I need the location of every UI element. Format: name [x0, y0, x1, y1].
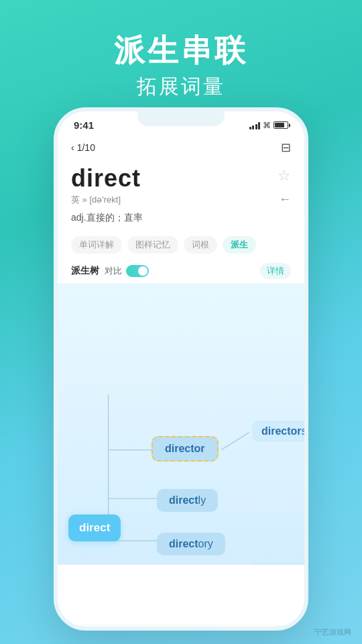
derivation-header: 派生树 对比 详情: [58, 258, 304, 283]
watermark: 宁艺游戏网: [314, 627, 351, 637]
toggle-switch[interactable]: [126, 265, 149, 277]
word-flag: 英: [71, 195, 80, 205]
nav-bar: ‹ 1/10 ⊟: [58, 133, 304, 159]
contrast-toggle[interactable]: 对比: [105, 265, 149, 277]
back-button[interactable]: ‹ 1/10: [71, 142, 95, 153]
status-time: 9:41: [74, 119, 94, 131]
contrast-label: 对比: [105, 265, 122, 277]
word-text: direct: [71, 164, 141, 193]
star-icon[interactable]: ☆: [278, 167, 291, 184]
tab-word-detail[interactable]: 单词详解: [71, 236, 122, 254]
app-content: ‹ 1/10 ⊟ direct ☆ 英 » [də'rekt] ←: [58, 133, 304, 625]
wifi-icon: ⌘: [263, 121, 271, 130]
toggle-knob: [138, 266, 147, 276]
phone-frame: 9:41 ⌘ ‹ 1/10 ⊟: [54, 107, 308, 631]
tab-root[interactable]: 词根: [184, 236, 217, 254]
tab-bar: 单词详解 图样记忆 词根 派生: [58, 232, 304, 258]
svg-line-5: [221, 433, 249, 450]
battery-icon: [274, 121, 288, 129]
node-directory[interactable]: directory: [157, 533, 225, 555]
node-directorship-bold: director: [261, 425, 302, 437]
word-main: direct ☆: [71, 164, 291, 193]
node-director-bold: direct: [165, 443, 194, 455]
back-chevron-icon: ‹: [71, 142, 74, 153]
signal-icon: [249, 121, 261, 129]
tree-section: direct director directorship directly di…: [58, 283, 304, 565]
hero-title: 派生串联: [0, 32, 362, 69]
detail-link[interactable]: 详情: [260, 263, 291, 279]
filter-icon[interactable]: ⊟: [281, 140, 291, 155]
back-arrow-icon[interactable]: ←: [279, 193, 291, 207]
node-direct[interactable]: direct: [68, 515, 121, 541]
tab-derivation[interactable]: 派生: [223, 236, 256, 254]
node-director[interactable]: director: [152, 436, 219, 462]
node-directory-bold: direct: [169, 538, 198, 550]
word-definition: adj.直接的；直率: [71, 212, 291, 228]
phone-container: 9:41 ⌘ ‹ 1/10 ⊟: [54, 107, 308, 631]
node-directly-bold: direct: [169, 494, 198, 506]
word-phonetic: 英 » [də'rekt]: [71, 194, 121, 206]
hero-section: 派生串联 拓展词量: [0, 0, 362, 114]
status-icons: ⌘: [249, 121, 289, 130]
node-directional[interactable]: directional: [249, 561, 304, 565]
node-directly[interactable]: directly: [157, 489, 218, 512]
notch: [137, 111, 225, 126]
phonetic-row: 英 » [də'rekt] ←: [71, 193, 291, 207]
hero-subtitle: 拓展词量: [0, 73, 362, 101]
tab-image-memory[interactable]: 图样记忆: [127, 236, 178, 254]
derivation-title: 派生树: [71, 265, 99, 277]
word-section: direct ☆ 英 » [də'rekt] ← adj.直接的；直率: [58, 159, 304, 232]
node-directorship[interactable]: directorship: [252, 421, 304, 442]
nav-counter: 1/10: [77, 142, 95, 153]
